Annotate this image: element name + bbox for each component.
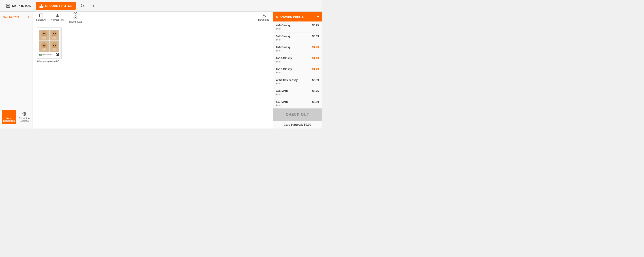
print-price: $0.69 <box>312 100 319 104</box>
print-info: 8x10-Glossy Print <box>276 57 292 63</box>
checkout-section: CHECK OUT Cart Subtotal: $0.00 <box>273 108 322 128</box>
print-info: 4x6-Glossy Print <box>276 24 290 30</box>
checkout-button[interactable]: CHECK OUT <box>273 108 322 121</box>
top-bar: MY PHOTOS UPLOAD PHOTOS ↻ ↪ <box>0 0 322 12</box>
svg-point-22 <box>53 35 55 36</box>
print-name: 4x6-Glossy <box>276 24 290 27</box>
print-info: 5x7-Glossy Print <box>276 35 290 41</box>
svg-rect-30 <box>43 48 45 50</box>
sidebar-spacer <box>0 21 32 108</box>
my-photos-button[interactable]: MY PHOTOS <box>4 2 33 10</box>
right-panel: STANDARD PRINTS ▾ 4x6-Glossy Print $0.25… <box>273 12 322 128</box>
share-button[interactable]: ↪ <box>89 2 96 10</box>
newest-first-button[interactable]: Newest First <box>50 13 64 21</box>
print-price: $0.25 <box>312 90 319 93</box>
svg-point-3 <box>24 114 25 114</box>
print-info: 8x12-Glossy Print <box>276 68 292 74</box>
svg-rect-6 <box>56 16 59 17</box>
left-sidebar: Sep 26, 2023 1 + New Collection Collecti… <box>0 12 32 128</box>
passport-footer: 7id https://7idapp.com <box>39 52 59 57</box>
print-name: 4-Wallets-Glossy <box>276 78 298 82</box>
print-item[interactable]: 5x7-Matte Print $0.69 <box>273 98 322 108</box>
upload-photos-label: UPLOAD PHOTOS <box>45 4 72 8</box>
baby-face-svg-2 <box>50 30 59 40</box>
svg-point-14 <box>43 33 44 34</box>
select-all-label: Select All <box>36 18 46 21</box>
svg-point-15 <box>44 33 46 34</box>
print-info: 5x7-Matte Print <box>276 100 288 107</box>
svg-point-26 <box>43 45 44 46</box>
svg-rect-24 <box>53 36 56 39</box>
print-price: $0.25 <box>312 24 319 27</box>
print-name: 8x8-Glossy <box>276 46 290 49</box>
print-name: 8x10-Glossy <box>276 57 292 60</box>
print-item[interactable]: 8x10-Glossy Print $1.49 <box>273 54 322 65</box>
print-type: Print <box>276 104 288 107</box>
new-collection-label: New Collection <box>3 117 15 122</box>
share-icon: ↪ <box>90 3 94 8</box>
select-all-button[interactable]: Select All <box>36 13 46 21</box>
print-type: Print <box>276 82 298 85</box>
print-item[interactable]: 8x8-Glossy Print $1.49 <box>273 44 322 54</box>
print-info: 4x6-Matte Print <box>276 90 288 96</box>
print-price: $1.49 <box>312 68 319 71</box>
thumb-size-label: Thumb Size <box>69 20 82 23</box>
svg-rect-1 <box>7 5 8 6</box>
print-name: 5x7-Matte <box>276 100 288 104</box>
print-type: Print <box>276 71 292 74</box>
photo-filename: 7id-app-us-passport-2023-09... <box>37 60 62 62</box>
baby-face-3 <box>39 41 49 52</box>
content-area: Select All Newest First T <box>32 12 273 128</box>
photo-thumbnail[interactable]: 7id https://7idapp.com <box>37 27 62 59</box>
svg-rect-4 <box>40 14 43 17</box>
standard-prints-button[interactable]: STANDARD PRINTS ▾ <box>273 12 322 22</box>
photos-grid: 7id https://7idapp.com 7id-app <box>32 23 273 128</box>
date-label: Sep 26, 2023 <box>3 16 19 19</box>
checkbox-icon <box>39 13 44 18</box>
baby-face-1 <box>39 30 49 40</box>
baby-face-svg-3 <box>40 41 48 52</box>
upload-photos-button[interactable]: UPLOAD PHOTOS <box>36 2 76 10</box>
print-type: Print <box>276 93 288 96</box>
print-item[interactable]: 4-Wallets-Glossy Print $0.59 <box>273 76 322 87</box>
svg-rect-18 <box>43 36 45 39</box>
print-type: Print <box>276 38 290 41</box>
chevron-down-icon: ▾ <box>317 14 319 19</box>
thumb-size-button[interactable]: Thumb Size <box>69 12 82 23</box>
print-item[interactable]: 8x12-Glossy Print $1.49 <box>273 65 322 76</box>
print-price: $0.69 <box>312 35 319 38</box>
refresh-icon: ↻ <box>80 3 84 8</box>
collection-settings-button[interactable]: Collection Settings <box>17 110 31 124</box>
baby-face-svg-1 <box>40 30 48 40</box>
new-collection-button[interactable]: + New Collection <box>2 110 16 124</box>
svg-point-20 <box>53 33 54 34</box>
plus-icon: + <box>8 112 10 116</box>
my-photos-label: MY PHOTOS <box>12 4 31 8</box>
print-name: 8x12-Glossy <box>276 68 292 71</box>
download-icon <box>262 13 266 18</box>
svg-point-32 <box>53 45 54 46</box>
print-info: 8x8-Glossy Print <box>276 46 290 52</box>
print-info: 4-Wallets-Glossy Print <box>276 78 298 85</box>
newest-first-label: Newest First <box>50 18 64 21</box>
standard-prints-label: STANDARD PRINTS <box>276 15 304 18</box>
download-label: Download <box>258 18 269 21</box>
sort-icon <box>55 13 60 18</box>
photo-item[interactable]: 7id https://7idapp.com 7id-app <box>37 27 62 62</box>
print-name: 5x7-Glossy <box>276 35 290 38</box>
print-item[interactable]: 4x6-Glossy Print $0.25 <box>273 22 322 32</box>
print-item[interactable]: 5x7-Glossy Print $0.69 <box>273 32 322 44</box>
svg-point-33 <box>55 45 56 46</box>
svg-point-28 <box>43 46 45 48</box>
upload-cloud-icon <box>40 4 44 8</box>
download-button[interactable]: Download <box>258 13 269 21</box>
qr-code <box>56 53 59 56</box>
print-item[interactable]: 4x6-Matte Print $0.25 <box>273 87 322 98</box>
cart-subtotal: Cart Subtotal: $0.00 <box>273 121 322 128</box>
print-type: Print <box>276 60 292 63</box>
print-price: $0.59 <box>312 78 319 82</box>
passport-mock: 7id https://7idapp.com <box>38 29 60 57</box>
sidebar-actions: + New Collection Collection Settings <box>0 108 32 126</box>
refresh-button[interactable]: ↻ <box>78 2 86 10</box>
print-price: $1.49 <box>312 46 319 49</box>
